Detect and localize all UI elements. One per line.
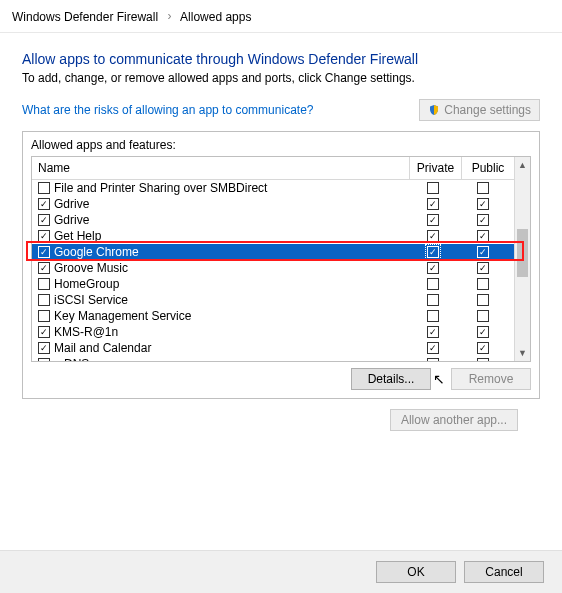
risk-link[interactable]: What are the risks of allowing an app to… [22, 103, 313, 117]
table-row[interactable]: iSCSI Service [32, 292, 514, 308]
enable-checkbox[interactable] [38, 358, 50, 361]
allowed-apps-fieldset: Allowed apps and features: Name Private … [22, 131, 540, 399]
scroll-up-icon[interactable]: ▲ [515, 157, 530, 173]
enable-checkbox[interactable] [38, 326, 50, 338]
enable-checkbox[interactable] [38, 214, 50, 226]
enable-checkbox[interactable] [38, 294, 50, 306]
scroll-track[interactable] [515, 173, 530, 345]
row-name-label: Mail and Calendar [54, 340, 151, 356]
details-button[interactable]: Details... [351, 368, 431, 390]
public-checkbox[interactable] [477, 310, 489, 322]
public-checkbox[interactable] [477, 246, 489, 258]
public-checkbox[interactable] [477, 294, 489, 306]
private-checkbox[interactable] [427, 182, 439, 194]
table-row[interactable]: Gdrive [32, 196, 514, 212]
row-name-label: File and Printer Sharing over SMBDirect [54, 180, 267, 196]
cancel-button[interactable]: Cancel [464, 561, 544, 583]
table-row[interactable]: Google Chrome [32, 244, 514, 260]
ok-button[interactable]: OK [376, 561, 456, 583]
table-row[interactable]: Gdrive [32, 212, 514, 228]
table-row[interactable]: Mail and Calendar [32, 340, 514, 356]
public-checkbox[interactable] [477, 182, 489, 194]
public-checkbox[interactable] [477, 342, 489, 354]
enable-checkbox[interactable] [38, 262, 50, 274]
public-checkbox[interactable] [477, 198, 489, 210]
remove-button: Remove [451, 368, 531, 390]
row-name-label: iSCSI Service [54, 292, 128, 308]
enable-checkbox[interactable] [38, 182, 50, 194]
private-checkbox[interactable] [427, 230, 439, 242]
private-checkbox[interactable] [427, 198, 439, 210]
public-checkbox[interactable] [477, 262, 489, 274]
enable-checkbox[interactable] [38, 246, 50, 258]
enable-checkbox[interactable] [38, 342, 50, 354]
public-checkbox[interactable] [477, 326, 489, 338]
enable-checkbox[interactable] [38, 278, 50, 290]
private-checkbox[interactable] [427, 294, 439, 306]
private-checkbox[interactable] [427, 246, 439, 258]
private-checkbox[interactable] [427, 326, 439, 338]
scrollbar[interactable]: ▲ ▼ [514, 157, 530, 361]
private-checkbox[interactable] [427, 214, 439, 226]
private-checkbox[interactable] [427, 358, 439, 361]
row-name-label: KMS-R@1n [54, 324, 118, 340]
col-public[interactable]: Public [462, 157, 514, 179]
private-checkbox[interactable] [427, 262, 439, 274]
change-settings-label: Change settings [444, 103, 531, 117]
row-name-label: HomeGroup [54, 276, 119, 292]
dialog-buttons: OK Cancel [0, 550, 562, 593]
change-settings-button: Change settings [419, 99, 540, 121]
row-name-label: Gdrive [54, 212, 89, 228]
row-name-label: Gdrive [54, 196, 89, 212]
public-checkbox[interactable] [477, 230, 489, 242]
row-name-label: Get Help [54, 228, 101, 244]
allow-another-app-button: Allow another app... [390, 409, 518, 431]
public-checkbox[interactable] [477, 214, 489, 226]
col-private[interactable]: Private [410, 157, 462, 179]
row-name-label: mDNS [54, 356, 89, 361]
row-name-label: Groove Music [54, 260, 128, 276]
shield-icon [428, 104, 440, 116]
scroll-down-icon[interactable]: ▼ [515, 345, 530, 361]
table-row[interactable]: mDNS [32, 356, 514, 361]
breadcrumb-current: Allowed apps [180, 10, 251, 24]
private-checkbox[interactable] [427, 278, 439, 290]
page-subtitle: To add, change, or remove allowed apps a… [22, 71, 540, 85]
cursor-icon: ↖ [433, 371, 445, 387]
enable-checkbox[interactable] [38, 198, 50, 210]
private-checkbox[interactable] [427, 310, 439, 322]
breadcrumb-parent[interactable]: Windows Defender Firewall [12, 10, 158, 24]
enable-checkbox[interactable] [38, 310, 50, 322]
col-name[interactable]: Name [32, 157, 410, 179]
fieldset-label: Allowed apps and features: [31, 138, 531, 152]
table-row[interactable]: HomeGroup [32, 276, 514, 292]
table-row[interactable]: Get Help [32, 228, 514, 244]
public-checkbox[interactable] [477, 358, 489, 361]
enable-checkbox[interactable] [38, 230, 50, 242]
allowed-apps-grid[interactable]: Name Private Public File and Printer Sha… [31, 156, 531, 362]
chevron-right-icon: › [167, 9, 171, 23]
page-title: Allow apps to communicate through Window… [22, 51, 540, 67]
grid-header: Name Private Public [32, 157, 514, 180]
table-row[interactable]: File and Printer Sharing over SMBDirect [32, 180, 514, 196]
table-row[interactable]: KMS-R@1n [32, 324, 514, 340]
private-checkbox[interactable] [427, 342, 439, 354]
row-name-label: Key Management Service [54, 308, 191, 324]
scroll-thumb[interactable] [517, 229, 528, 277]
row-name-label: Google Chrome [54, 244, 139, 260]
table-row[interactable]: Groove Music [32, 260, 514, 276]
breadcrumb: Windows Defender Firewall › Allowed apps [0, 0, 562, 33]
table-row[interactable]: Key Management Service [32, 308, 514, 324]
public-checkbox[interactable] [477, 278, 489, 290]
